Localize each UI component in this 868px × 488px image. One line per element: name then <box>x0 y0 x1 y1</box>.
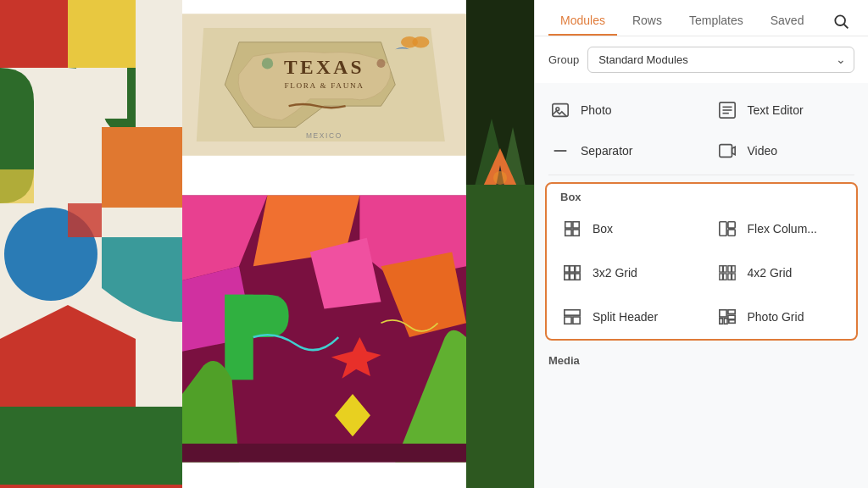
svg-rect-59 <box>719 274 722 280</box>
box-grid: Box Flex Colum... <box>547 207 856 339</box>
tab-saved[interactable]: Saved <box>759 7 816 36</box>
svg-rect-64 <box>565 317 571 324</box>
svg-rect-61 <box>727 274 731 280</box>
module-item-video[interactable]: Video <box>702 130 869 171</box>
module-list: Photo Text Editor <box>535 83 868 488</box>
svg-rect-58 <box>732 266 735 272</box>
module-item-separator[interactable]: Separator <box>535 130 702 171</box>
svg-rect-55 <box>719 266 722 272</box>
svg-rect-51 <box>576 266 581 272</box>
svg-rect-50 <box>570 266 575 272</box>
svg-rect-62 <box>732 274 735 280</box>
svg-rect-41 <box>719 145 732 158</box>
svg-point-15 <box>376 59 385 68</box>
separator-video-row: Separator Video <box>535 130 868 171</box>
svg-rect-42 <box>565 222 571 228</box>
text-editor-label: Text Editor <box>748 103 804 117</box>
svg-rect-5 <box>0 407 182 488</box>
module-item-4x2-grid[interactable]: 4x2 Grid <box>702 251 857 295</box>
svg-rect-69 <box>719 319 722 324</box>
text-editor-icon <box>715 98 739 122</box>
svg-rect-1 <box>0 0 68 68</box>
split-header-label: Split Header <box>593 310 658 324</box>
svg-rect-23 <box>182 444 466 463</box>
box-icon <box>560 217 584 241</box>
svg-line-33 <box>844 25 849 29</box>
svg-rect-48 <box>727 230 734 236</box>
svg-rect-9 <box>68 203 102 237</box>
nav-tabs: Modules Rows Templates Saved <box>535 0 868 36</box>
svg-rect-43 <box>573 222 579 228</box>
modules-panel: Modules Rows Templates Saved Group Stand… <box>534 0 868 488</box>
svg-rect-63 <box>565 310 580 315</box>
module-item-photo-grid[interactable]: Photo Grid <box>702 295 857 339</box>
svg-text:TEXAS: TEXAS <box>284 56 364 78</box>
photo-label: Photo <box>581 103 612 117</box>
module-item-text-editor[interactable]: Text Editor <box>702 90 869 130</box>
svg-rect-30 <box>466 185 534 488</box>
box-section-title: Box <box>547 184 856 207</box>
module-item-3x2-grid[interactable]: 3x2 Grid <box>547 251 702 295</box>
svg-rect-2 <box>68 0 136 68</box>
texas-image: TEXAS FLORA & FAUNA MEXICO <box>182 0 466 169</box>
search-button[interactable] <box>827 8 854 35</box>
group-select-wrapper[interactable]: Standard Modules Custom Modules All Modu… <box>587 47 854 73</box>
svg-rect-8 <box>34 169 68 203</box>
tab-modules[interactable]: Modules <box>548 7 617 36</box>
svg-rect-52 <box>565 274 570 280</box>
svg-rect-45 <box>573 230 579 236</box>
module-item-split-header[interactable]: Split Header <box>547 295 702 339</box>
box-section: Box Box <box>545 182 858 341</box>
svg-rect-57 <box>727 266 731 272</box>
flex-column-icon <box>715 217 739 241</box>
svg-rect-53 <box>570 274 575 280</box>
module-item-box[interactable]: Box <box>547 207 702 251</box>
svg-rect-44 <box>565 230 571 236</box>
svg-point-31 <box>493 171 507 185</box>
svg-rect-47 <box>727 222 734 228</box>
flex-column-label: Flex Colum... <box>748 222 817 236</box>
camping-image-strip <box>466 0 534 488</box>
svg-rect-4 <box>102 127 182 208</box>
svg-rect-49 <box>565 266 570 272</box>
svg-rect-6 <box>76 68 127 119</box>
separator-icon <box>548 139 572 163</box>
media-section-title: Media <box>535 347 868 370</box>
3x2-grid-label: 3x2 Grid <box>593 266 637 280</box>
svg-rect-56 <box>723 266 726 272</box>
svg-text:MEXICO: MEXICO <box>306 131 342 140</box>
box-label: Box <box>593 222 613 236</box>
geo-art-panel <box>0 0 182 488</box>
colorful-art-image <box>182 169 466 488</box>
svg-point-32 <box>835 15 845 25</box>
svg-rect-7 <box>0 169 34 203</box>
svg-rect-68 <box>727 315 734 319</box>
svg-rect-71 <box>728 320 734 324</box>
tab-templates[interactable]: Templates <box>677 7 755 36</box>
grid-4x2-icon <box>715 261 739 285</box>
tab-rows[interactable]: Rows <box>620 7 674 36</box>
video-icon <box>715 139 739 163</box>
photo-grid-icon <box>715 305 739 329</box>
module-item-photo[interactable]: Photo <box>535 90 702 130</box>
main-image-area: TEXAS FLORA & FAUNA MEXICO <box>182 0 466 488</box>
photo-grid-label: Photo Grid <box>748 310 804 324</box>
photo-text-row: Photo Text Editor <box>535 90 868 130</box>
4x2-grid-label: 4x2 Grid <box>748 266 793 280</box>
svg-rect-54 <box>576 274 581 280</box>
svg-text:FLORA & FAUNA: FLORA & FAUNA <box>284 81 364 90</box>
separator-label: Separator <box>581 144 632 158</box>
svg-point-14 <box>262 58 273 69</box>
svg-rect-46 <box>719 222 726 236</box>
group-select[interactable]: Standard Modules Custom Modules All Modu… <box>587 47 854 73</box>
video-label: Video <box>748 144 778 158</box>
filter-row: Group Standard Modules Custom Modules Al… <box>535 36 868 83</box>
grid-3x2-icon <box>560 261 584 285</box>
svg-point-18 <box>412 36 429 47</box>
section-divider-1 <box>548 175 854 175</box>
module-item-flex-column[interactable]: Flex Colum... <box>702 207 857 251</box>
svg-rect-60 <box>723 274 726 280</box>
svg-rect-70 <box>724 319 727 324</box>
image-gallery: TEXAS FLORA & FAUNA MEXICO <box>0 0 534 488</box>
group-label: Group <box>548 53 579 66</box>
